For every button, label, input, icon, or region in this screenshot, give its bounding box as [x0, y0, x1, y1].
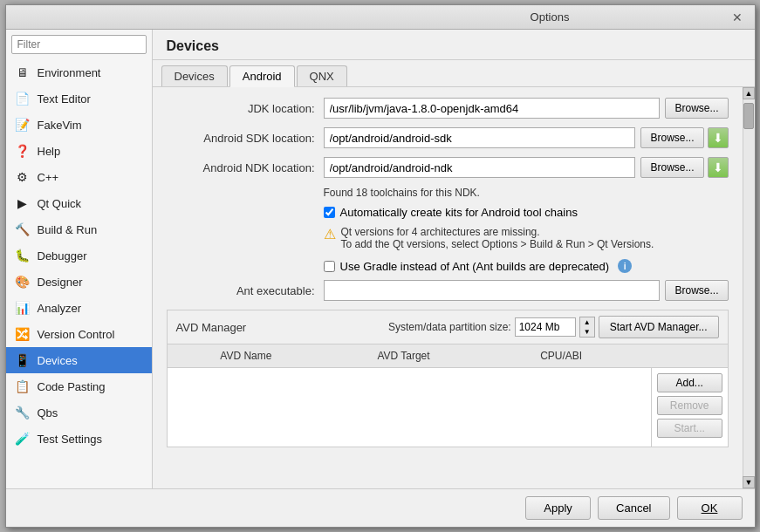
sidebar-label-cpp: C++ [38, 171, 59, 184]
test-settings-icon: 🧪 [15, 431, 31, 447]
scroll-thumb[interactable] [743, 103, 754, 129]
sdk-input[interactable] [324, 127, 636, 148]
dialog-content: 🖥 Environment 📄 Text Editor 📝 FakeVim ❓ … [6, 30, 755, 488]
sidebar-item-test-settings[interactable]: 🧪 Test Settings [6, 426, 152, 452]
ndk-browse-button[interactable]: Browse... [640, 157, 703, 178]
scroll-up-button[interactable]: ▲ [743, 87, 755, 99]
sidebar-filter-area [6, 30, 152, 59]
help-icon: ❓ [15, 143, 31, 159]
ant-row: Ant executable: Browse... [167, 280, 729, 301]
ndk-download-button[interactable]: ⬇ [708, 157, 729, 178]
gradle-info-icon[interactable]: i [618, 259, 632, 273]
titlebar: Options ✕ [6, 5, 755, 30]
tab-panel-area: JDK location: Browse... Android SDK loca… [153, 87, 755, 488]
jdk-browse-button[interactable]: Browse... [665, 98, 728, 119]
sdk-row: Android SDK location: Browse... ⬇ [167, 127, 729, 148]
sidebar-item-devices[interactable]: 📱 Devices [6, 347, 152, 373]
cancel-button[interactable]: Cancel [598, 496, 669, 520]
gradle-checkbox[interactable] [324, 261, 335, 272]
avd-table: AVD Name AVD Target CPU/ABI Add... Remov… [168, 344, 728, 447]
close-button[interactable]: ✕ [729, 10, 746, 24]
build-run-icon: 🔨 [15, 222, 31, 237]
ndk-input[interactable] [324, 157, 636, 178]
sidebar-item-help[interactable]: ❓ Help [6, 138, 152, 164]
bottom-bar: Apply Cancel OK [6, 488, 755, 527]
tab-android[interactable]: Android [229, 65, 295, 87]
add-avd-button[interactable]: Add... [657, 373, 722, 392]
qt-versions-warning: ⚠ Qt versions for 4 architectures are mi… [324, 226, 729, 250]
sidebar-item-qbs[interactable]: 🔧 Qbs [6, 399, 152, 426]
ok-button[interactable]: OK [677, 496, 743, 520]
apply-button[interactable]: Apply [525, 496, 591, 520]
sidebar-item-cpp[interactable]: ⚙ C++ [6, 164, 152, 190]
avd-side-buttons: Add... Remove Start... [651, 368, 728, 447]
sidebar-label-fakevim: FakeVim [38, 119, 82, 132]
start-avd-button[interactable]: Start... [657, 419, 722, 438]
sidebar-item-version-control[interactable]: 🔀 Version Control [6, 321, 152, 347]
filter-input[interactable] [11, 35, 147, 54]
scrollbar[interactable]: ▲ ▼ [743, 87, 755, 488]
tabs-bar: Devices Android QNX [153, 60, 755, 87]
start-avd-manager-button[interactable]: Start AVD Manager... [599, 316, 719, 338]
sidebar-item-analyzer[interactable]: 📊 Analyzer [6, 295, 152, 321]
text-editor-icon: 📄 [15, 91, 31, 106]
sidebar-item-debugger[interactable]: 🐛 Debugger [6, 242, 152, 269]
toolchains-info: Found 18 toolchains for this NDK. [324, 187, 729, 199]
cpp-icon: ⚙ [15, 169, 31, 185]
sidebar-item-environment[interactable]: 🖥 Environment [6, 59, 152, 85]
sdk-browse-button[interactable]: Browse... [640, 127, 703, 148]
sidebar-label-environment: Environment [38, 66, 101, 79]
sidebar-item-qt-quick[interactable]: ▶ Qt Quick [6, 190, 152, 216]
fakevim-icon: 📝 [15, 117, 31, 133]
avd-col-cpu: CPU/ABI [483, 348, 640, 364]
warning-text: Qt versions for 4 architectures are miss… [341, 226, 654, 250]
sidebar-item-text-editor[interactable]: 📄 Text Editor [6, 85, 152, 112]
ndk-label: Android NDK location: [167, 161, 324, 174]
avd-section: AVD Manager System/data partition size: … [167, 310, 729, 447]
tab-qnx[interactable]: QNX [297, 65, 347, 86]
tab-devices[interactable]: Devices [161, 65, 228, 86]
dialog-title: Options [372, 10, 729, 24]
avd-manager-label: AVD Manager [176, 321, 247, 334]
sidebar-label-code-pasting: Code Pasting [38, 380, 106, 393]
remove-avd-button[interactable]: Remove [657, 396, 722, 415]
partition-spinner: ▲ ▼ [579, 317, 595, 338]
gradle-row: Use Gradle instead of Ant (Ant builds ar… [324, 259, 729, 273]
sidebar-item-build-run[interactable]: 🔨 Build & Run [6, 216, 152, 242]
auto-kits-label: Automatically create kits for Android to… [340, 206, 578, 219]
jdk-label: JDK location: [167, 102, 324, 115]
warning-icon: ⚠ [324, 226, 336, 242]
environment-icon: 🖥 [15, 65, 31, 80]
android-tab-content: JDK location: Browse... Android SDK loca… [153, 87, 743, 488]
partition-size-input[interactable] [515, 317, 576, 337]
sidebar-label-qbs: Qbs [38, 406, 58, 419]
sidebar-item-code-pasting[interactable]: 📋 Code Pasting [6, 373, 152, 399]
options-dialog: Options ✕ 🖥 Environment 📄 Text Editor 📝 … [5, 4, 756, 528]
ant-browse-button[interactable]: Browse... [665, 280, 728, 301]
sidebar-item-fakevim[interactable]: 📝 FakeVim [6, 112, 152, 138]
scroll-down-button[interactable]: ▼ [743, 476, 755, 488]
debugger-icon: 🐛 [15, 248, 31, 263]
spinner-up-button[interactable]: ▲ [580, 317, 594, 327]
qbs-icon: 🔧 [15, 405, 31, 420]
avd-partition-area: System/data partition size: ▲ ▼ Start AV… [388, 316, 719, 338]
designer-icon: 🎨 [15, 274, 31, 290]
sdk-label: Android SDK location: [167, 132, 324, 145]
analyzer-icon: 📊 [15, 300, 31, 316]
avd-col-name: AVD Name [168, 348, 325, 364]
ant-input[interactable] [324, 280, 661, 301]
sidebar: 🖥 Environment 📄 Text Editor 📝 FakeVim ❓ … [6, 30, 153, 488]
auto-kits-checkbox[interactable] [324, 207, 335, 218]
sidebar-label-version-control: Version Control [38, 328, 115, 341]
sidebar-label-build-run: Build & Run [38, 223, 98, 236]
avd-col-target: AVD Target [325, 348, 483, 364]
partition-size-label: System/data partition size: [388, 321, 511, 333]
jdk-input[interactable] [324, 98, 661, 119]
sdk-download-button[interactable]: ⬇ [708, 127, 729, 148]
sidebar-item-designer[interactable]: 🎨 Designer [6, 269, 152, 295]
spinner-down-button[interactable]: ▼ [580, 327, 594, 337]
sidebar-label-debugger: Debugger [38, 249, 87, 263]
sidebar-label-help: Help [38, 145, 61, 158]
sidebar-label-analyzer: Analyzer [38, 302, 82, 315]
ant-label: Ant executable: [167, 284, 324, 297]
